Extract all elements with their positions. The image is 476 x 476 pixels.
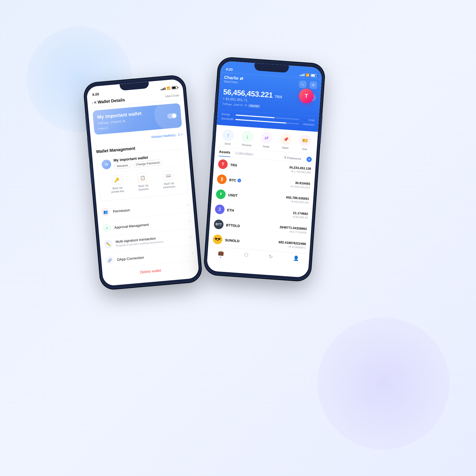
backup-private-key[interactable]: 🔑 Back Upprivate key [110,175,124,194]
preference-button[interactable]: ⇅ Preference [284,156,301,160]
send-icon: ↑ [222,129,235,141]
backup-mnemonic-icon: 📖 [163,170,173,181]
backup-keystore-label: Back Upkeystore [138,184,149,191]
right-wifi-icon: 📶 [306,73,310,77]
eth-icon: Ξ [215,204,225,214]
dapp-chevron: › [191,250,193,255]
backup-keystore-icon: 📋 [138,172,148,183]
dapp-icon: 🔗 [105,256,115,265]
right-screen: 4:20 📶 [207,61,323,278]
backup-mnemonic-label: Back Upmnemonic [163,181,175,189]
profile-nav-icon: 👤 [293,255,299,261]
energy-value: 37/60 [301,118,315,122]
scan-icon[interactable]: ⟳ [309,81,317,89]
btc-icon: ₿ [217,174,227,184]
right-battery-icon [311,74,317,77]
transfer-icon[interactable]: ↑↓ [299,80,307,88]
tab-assets[interactable]: Assets [219,150,230,157]
energy-fill [236,114,274,118]
usdt-name: USDT [228,193,286,201]
assets-active-dot [220,257,221,258]
left-screen: 4:20 📶 ‹ < [86,79,200,286]
btc-verified-badge: ✓ [237,178,241,182]
nav-profile[interactable]: 👤 [293,255,299,263]
back-arrow: ‹ [91,100,93,105]
receive-icon: ↓ [241,130,254,143]
approval-icon: ✓ [102,223,112,233]
back-button[interactable]: ‹ < Wallet Details [91,98,125,105]
dapp-label: DApp Connection [117,251,189,262]
rename-button[interactable]: Rename [114,162,131,169]
right-time: 4:20 [226,67,233,72]
signal-icon [161,87,166,90]
multisig-chevron: › [190,235,192,239]
bandwidth-label: Bandwidth [221,117,234,121]
chain-label: MainChain [165,94,179,98]
left-time: 4:20 [92,92,99,97]
wallet-avatar: W [101,159,112,170]
backup-key-icon: 🔑 [112,175,122,185]
right-signal-icon [300,73,305,76]
discover-nav-icon: ⬡ [244,252,248,258]
right-status-icons: 📶 [300,73,317,77]
bandwidth-value: 4000/5000 [301,123,314,126]
add-asset-button[interactable]: + [306,157,312,162]
btt-icon: BTT [214,219,224,229]
stake-label: Stake [282,146,289,149]
nav-title: < Wallet Details [94,98,125,105]
assets-nav-icon: 💼 [218,250,224,256]
trx-icon: T [218,159,228,169]
swap-icon: ⇄ [260,132,273,144]
addr-copy-icon[interactable]: ⧉ [245,104,247,107]
wallet-card: My important wallet THPvaU...Fhn5YC ⧉ In… [93,103,182,135]
btc-name: BTC ✓ [229,178,290,186]
left-status-icons: 📶 [161,86,178,91]
non-hd-badge: Non-HD [248,104,260,108]
balance-currency: TRX [275,94,282,99]
eth-amount: 21.174682 [292,211,308,216]
copy-icon[interactable]: ⧉ [123,119,125,123]
swap-action[interactable]: ⇄ Swap [260,132,273,148]
backup-keystore[interactable]: 📋 Back Upkeystore [137,172,149,191]
sun-icon: 😎 [213,234,223,244]
stake-icon: 📌 [280,133,292,145]
permission-icon: 👥 [101,207,110,217]
nav-discover[interactable]: ⬡ [244,252,249,260]
backup-mnemonic[interactable]: 📖 Back Upmnemonic [162,170,176,189]
backup-row: 🔑 Back Upprivate key 📋 Back Upkeystore 📖… [102,166,183,198]
tab-collectibles[interactable]: Collectibles [235,151,253,158]
sun-name: SUNOLD [225,238,278,246]
trx-name: TRX [230,163,289,171]
btt-name: BTTOLD [226,223,280,231]
right-phone: 4:20 📶 [204,57,325,281]
permission-label: Permission [113,203,184,213]
energy-label: Energy [222,112,234,116]
battery-icon [172,86,178,89]
multisig-icon: ✏️ [104,240,113,249]
eth-name: ETH [227,208,292,216]
bandwidth-fill [235,119,286,123]
stake-action[interactable]: 📌 Stake [279,133,292,150]
vote-icon: 🎫 [299,134,311,147]
send-action[interactable]: ↑ Send [222,129,234,146]
header-icons: ↑↓ ⟳ [299,80,317,89]
phones-container: 4:20 📶 ‹ < [93,53,383,423]
approval-chevron: › [189,218,190,223]
tron-logo: T [299,88,314,104]
send-label: Send [225,142,231,145]
receive-action[interactable]: ↓ Receive [241,130,254,147]
approval-label: Approval Management [114,219,186,230]
backup-key-label: Back Upprivate key [111,186,124,194]
wifi-icon: 📶 [167,86,171,90]
usdt-icon: ₮ [216,189,226,199]
nav-history[interactable]: ↻ [268,254,273,262]
receive-label: Receive [242,143,252,147]
right-header: Charlie ⇄ MainChain ↑↓ ⟳ 56,456,453.221 [217,72,322,132]
nav-assets[interactable]: 💼 [218,250,224,258]
asset-list: T TRX 34,234,453.126 ≈$ 2,760,842,982 ₿ … [208,156,316,254]
vote-action[interactable]: 🎫 Vote [299,134,311,151]
history-nav-icon: ↻ [268,254,273,260]
sort-icon: ⇅ [284,156,287,159]
change-password-button[interactable]: Change Password [133,159,163,168]
wallet-toggle[interactable] [167,113,177,119]
